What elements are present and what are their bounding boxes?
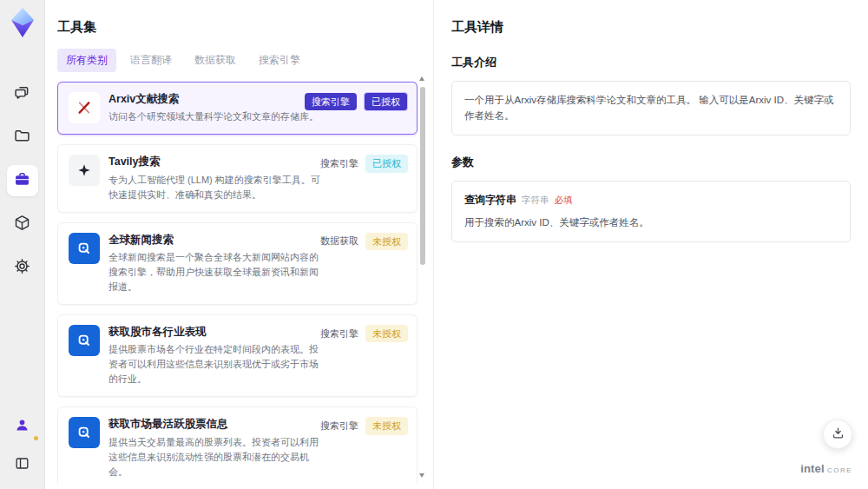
tool-list: Arxiv文献搜索访问各个研究领域大量科学论文和文章的存储库。搜索引擎已授权Ta… [57, 82, 418, 484]
category-label: 搜索引擎 [320, 157, 358, 170]
tab-category-1[interactable]: 语言翻译 [122, 49, 181, 72]
sidebar-toggle-icon [14, 455, 30, 474]
tools-panel: 工具集 所有类别语言翻译数据获取搜索引擎 Arxiv文献搜索访问各个研究领域大量… [45, 0, 434, 489]
sidebar-bottom [7, 411, 38, 480]
tool-description: 专为人工智能代理 (LLM) 构建的搜索引擎工具。可快速提供实时、准确和真实的结… [108, 173, 324, 202]
tool-tags: 数据获取未授权 [320, 233, 408, 250]
param-card: 查询字符串字符串必填用于搜索的Arxiv ID、关键字或作者姓名。 [451, 181, 851, 242]
category-badge: 搜索引擎 [305, 93, 357, 110]
tool-text: 获取市场最活跃股票信息提供当天交易量最高的股票列表。投资者可以利用这些信息来识别… [108, 417, 324, 479]
tool-name: Tavily搜索 [108, 155, 324, 169]
param-type: 字符串 [522, 195, 549, 207]
tool-name: 获取市场最活跃股票信息 [108, 417, 324, 431]
folder-icon [13, 127, 31, 148]
cube-icon [13, 214, 31, 235]
tab-category-2[interactable]: 数据获取 [186, 49, 245, 72]
sidebar-item-models[interactable] [7, 208, 38, 240]
param-list: 查询字符串字符串必填用于搜索的Arxiv ID、关键字或作者姓名。 [451, 181, 851, 242]
param-head: 查询字符串字符串必填 [464, 193, 838, 208]
tool-intro-box: 一个用于从Arxiv存储库搜索科学论文和文章的工具。 输入可以是Arxiv ID… [451, 81, 851, 135]
scrollbar-thumb[interactable] [420, 87, 425, 265]
app-logo[interactable] [10, 7, 36, 42]
intro-section-title: 工具介绍 [451, 55, 851, 70]
param-name: 查询字符串 [464, 193, 516, 208]
tool-description: 全球新闻搜索是一个聚合全球各大新闻网站内容的搜索引擎，帮助用户快速获取全球最新资… [108, 250, 324, 294]
sidebar-item-user[interactable] [7, 411, 38, 442]
category-tabs: 所有类别语言翻译数据获取搜索引擎 [57, 49, 433, 72]
auth-status-badge: 未授权 [365, 417, 408, 434]
news-blue-icon [69, 233, 100, 264]
tool-description: 访问各个研究领域大量科学论文和文章的存储库。 [108, 109, 319, 124]
category-label: 搜索引擎 [320, 420, 358, 433]
params-section-title: 参数 [451, 155, 851, 170]
tavily-icon [69, 155, 100, 186]
sidebar-nav [7, 78, 38, 283]
tool-tags: 搜索引擎已授权 [305, 92, 408, 111]
download-button[interactable] [823, 420, 852, 449]
sidebar-item-files[interactable] [7, 122, 38, 153]
tool-tags: 搜索引擎未授权 [320, 417, 408, 434]
tool-text: 全球新闻搜索全球新闻搜索是一个聚合全球各大新闻网站内容的搜索引擎，帮助用户快速获… [108, 233, 324, 294]
param-description: 用于搜索的Arxiv ID、关键字或作者姓名。 [464, 215, 838, 230]
settings-icon [13, 257, 31, 278]
intel-core-logo: intel core [800, 462, 852, 475]
news-blue-icon [69, 325, 100, 356]
tool-list-scrollbar[interactable] [419, 76, 425, 478]
sidebar [0, 0, 45, 489]
tool-name: 获取股市各行业表现 [108, 325, 324, 339]
user-icon [14, 417, 30, 436]
tool-description: 提供当天交易量最高的股票列表。投资者可以利用这些信息来识别流动性强的股票和潜在的… [108, 435, 324, 479]
app-window: 工具集 所有类别语言翻译数据获取搜索引擎 Arxiv文献搜索访问各个研究领域大量… [0, 0, 868, 489]
tool-card[interactable]: 获取市场最活跃股票信息提供当天交易量最高的股票列表。投资者可以利用这些信息来识别… [57, 406, 418, 484]
auth-status-badge: 已授权 [365, 155, 408, 172]
page-title: 工具集 [57, 19, 433, 36]
tool-text: Tavily搜索专为人工智能代理 (LLM) 构建的搜索引擎工具。可快速提供实时… [108, 155, 324, 202]
tool-name: Arxiv文献搜索 [108, 92, 319, 106]
sidebar-item-tools[interactable] [7, 165, 38, 196]
tool-tags: 搜索引擎未授权 [320, 325, 408, 342]
scroll-down-icon[interactable] [419, 473, 424, 478]
tool-card[interactable]: 全球新闻搜索全球新闻搜索是一个聚合全球各大新闻网站内容的搜索引擎，帮助用户快速获… [57, 222, 418, 305]
tool-tags: 搜索引擎已授权 [320, 155, 408, 172]
tool-card[interactable]: Tavily搜索专为人工智能代理 (LLM) 构建的搜索引擎工具。可快速提供实时… [57, 144, 418, 212]
tool-detail-panel: 工具详情 工具介绍 一个用于从Arxiv存储库搜索科学论文和文章的工具。 输入可… [435, 0, 868, 489]
detail-title: 工具详情 [451, 19, 851, 36]
category-label: 数据获取 [320, 235, 358, 248]
download-icon [831, 426, 845, 443]
arxiv-icon [69, 92, 100, 123]
auth-status-badge: 已授权 [364, 92, 408, 111]
presence-dot [34, 436, 38, 440]
news-blue-icon [69, 417, 100, 448]
tool-card[interactable]: Arxiv文献搜索访问各个研究领域大量科学论文和文章的存储库。搜索引擎已授权 [57, 82, 418, 135]
category-label: 搜索引擎 [320, 327, 358, 340]
chat-icon [13, 83, 31, 104]
tab-category-3[interactable]: 搜索引擎 [250, 49, 309, 72]
brand-intel-text: intel [800, 462, 825, 475]
tool-description: 提供股票市场各个行业在特定时间段内的表现。投资者可以利用这些信息来识别表现优于或… [108, 342, 324, 387]
tool-text: Arxiv文献搜索访问各个研究领域大量科学论文和文章的存储库。 [108, 92, 319, 124]
auth-status-badge: 未授权 [365, 325, 408, 342]
param-required-badge: 必填 [555, 195, 573, 207]
sidebar-toggle-button[interactable] [7, 449, 38, 480]
auth-status-badge: 未授权 [365, 233, 408, 250]
tab-category-0[interactable]: 所有类别 [57, 49, 116, 72]
brand-core-text: core [827, 463, 852, 475]
tool-card[interactable]: 获取股市各行业表现提供股票市场各个行业在特定时间段内的表现。投资者可以利用这些信… [57, 314, 418, 397]
sidebar-item-chat[interactable] [7, 78, 38, 109]
tool-text: 获取股市各行业表现提供股票市场各个行业在特定时间段内的表现。投资者可以利用这些信… [108, 325, 324, 387]
toolbox-icon [13, 170, 31, 191]
scroll-up-icon[interactable] [419, 76, 424, 81]
sidebar-item-settings[interactable] [7, 252, 38, 283]
tool-name: 全球新闻搜索 [108, 233, 324, 247]
